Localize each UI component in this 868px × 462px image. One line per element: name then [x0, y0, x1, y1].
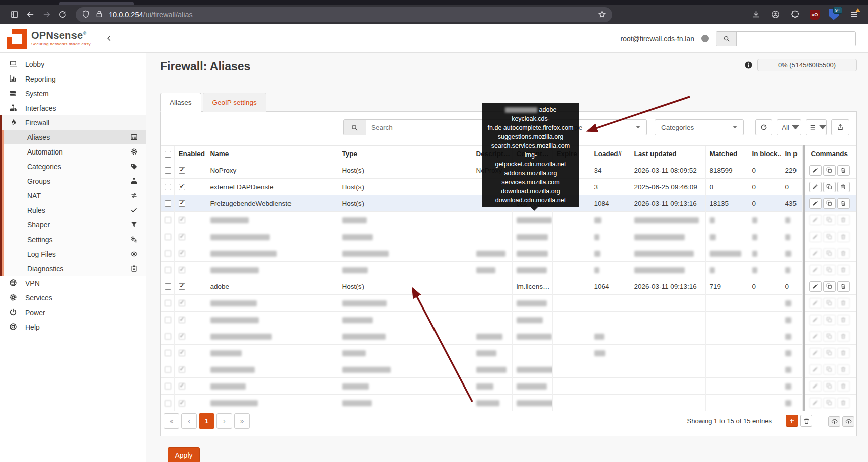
table-row[interactable] [161, 262, 856, 278]
table-row[interactable] [161, 328, 856, 345]
account-icon[interactable] [767, 7, 783, 22]
columns-select-button[interactable] [806, 119, 827, 135]
row-select-checkbox[interactable] [165, 167, 171, 174]
copy-button[interactable] [823, 315, 836, 325]
lock-icon[interactable] [95, 10, 104, 19]
download-aliases-button[interactable] [828, 416, 840, 427]
edit-button[interactable] [809, 348, 822, 358]
edit-button[interactable] [809, 298, 822, 309]
add-alias-button[interactable] [786, 415, 798, 427]
tab-aliases[interactable]: Aliases [160, 93, 201, 112]
delete-button[interactable] [837, 248, 850, 259]
extensions-puzzle-icon[interactable] [787, 7, 803, 22]
sidebar-item-groups[interactable]: Groups [4, 174, 146, 188]
table-row-adobe[interactable]: adobeHost(s)lm.licens…10642026-03-11 09:… [161, 278, 856, 295]
delete-button[interactable] [837, 198, 850, 209]
row-select-checkbox[interactable] [165, 184, 171, 190]
edit-button[interactable] [809, 215, 822, 225]
export-button[interactable] [831, 119, 849, 135]
copy-button[interactable] [823, 198, 836, 209]
table-row[interactable] [161, 245, 856, 262]
select-all-checkbox[interactable] [165, 151, 171, 158]
copy-button[interactable] [823, 281, 836, 292]
column-header-In block…[interactable]: In block… [748, 146, 781, 162]
row-select-checkbox[interactable] [165, 250, 171, 257]
edit-button[interactable] [809, 198, 822, 209]
delete-selected-button[interactable] [800, 415, 812, 427]
sidebar-item-shaper[interactable]: Shaper [4, 217, 146, 232]
edit-button[interactable] [809, 182, 822, 192]
upload-aliases-button[interactable] [842, 416, 854, 427]
row-select-checkbox[interactable] [165, 283, 171, 290]
sidebar-item-reporting[interactable]: Reporting [0, 71, 146, 86]
info-icon[interactable] [744, 61, 753, 69]
table-row[interactable] [161, 228, 856, 245]
opnsense-logo[interactable] [7, 29, 27, 49]
delete-button[interactable] [837, 232, 850, 242]
enabled-checkbox[interactable] [179, 184, 185, 190]
pagination-prev[interactable]: ‹ [181, 413, 197, 429]
edit-button[interactable] [809, 381, 822, 392]
delete-button[interactable] [837, 182, 850, 192]
delete-button[interactable] [837, 165, 850, 176]
delete-button[interactable] [837, 315, 850, 325]
edit-button[interactable] [809, 281, 822, 292]
enabled-checkbox[interactable] [179, 200, 185, 207]
enabled-checkbox[interactable] [179, 234, 185, 240]
delete-button[interactable] [837, 348, 850, 358]
row-select-checkbox[interactable] [165, 350, 171, 356]
delete-button[interactable] [837, 381, 850, 392]
sidebar-item-automation[interactable]: Automation [4, 144, 146, 159]
column-header-Type[interactable]: Type [338, 146, 472, 162]
delete-button[interactable] [837, 265, 850, 275]
copy-button[interactable] [823, 265, 836, 275]
refresh-button[interactable] [755, 119, 772, 135]
delete-button[interactable] [837, 281, 850, 292]
copy-button[interactable] [823, 215, 836, 225]
enabled-checkbox[interactable] [179, 383, 185, 390]
column-header-Loaded#[interactable]: Loaded# [590, 146, 630, 162]
sidebar-item-rules[interactable]: Rules [4, 203, 146, 217]
sidebar-item-nat[interactable]: NAT [4, 188, 146, 203]
edit-button[interactable] [809, 315, 822, 325]
menu-hamburger-icon[interactable] [846, 7, 862, 22]
copy-button[interactable] [823, 364, 836, 375]
copy-button[interactable] [823, 398, 836, 408]
enabled-checkbox[interactable] [179, 167, 185, 174]
edit-button[interactable] [809, 364, 822, 375]
row-select-checkbox[interactable] [165, 267, 171, 273]
table-row[interactable] [161, 295, 856, 312]
pagination-last[interactable]: » [234, 413, 250, 429]
column-header-Commands[interactable]: Commands [802, 146, 856, 162]
global-search-input[interactable] [737, 32, 855, 46]
sidebar-item-diagnostics[interactable]: Diagnostics [4, 261, 146, 276]
enabled-checkbox[interactable] [179, 366, 185, 373]
sidebar-collapse-icon[interactable] [106, 34, 113, 42]
row-select-checkbox[interactable] [165, 317, 171, 323]
enabled-checkbox[interactable] [179, 283, 185, 290]
row-select-checkbox[interactable] [165, 234, 171, 240]
copy-button[interactable] [823, 232, 836, 242]
sidebar-item-services[interactable]: Services [0, 290, 146, 305]
sidebar-item-interfaces[interactable]: Interfaces [0, 101, 146, 115]
row-select-checkbox[interactable] [165, 200, 171, 207]
sidebar-item-power[interactable]: Power [0, 305, 146, 320]
bookmark-star-icon[interactable] [598, 10, 606, 19]
copy-button[interactable] [823, 331, 836, 342]
copy-button[interactable] [823, 298, 836, 309]
column-header-In p[interactable]: In p [781, 146, 802, 162]
row-select-checkbox[interactable] [165, 333, 171, 340]
copy-button[interactable] [823, 248, 836, 259]
sidebar-item-log-files[interactable]: Log Files [4, 247, 146, 261]
table-row[interactable] [161, 361, 856, 378]
sidebar-item-lobby[interactable]: Lobby [0, 57, 146, 71]
enabled-checkbox[interactable] [179, 217, 185, 223]
row-select-checkbox[interactable] [165, 400, 171, 407]
enabled-checkbox[interactable] [179, 267, 185, 273]
table-scrollbar[interactable] [803, 145, 805, 411]
sidebar-item-aliases[interactable]: Aliases [4, 130, 146, 144]
enabled-checkbox[interactable] [179, 333, 185, 340]
delete-button[interactable] [837, 215, 850, 225]
reload-icon[interactable] [54, 7, 70, 22]
delete-button[interactable] [837, 398, 850, 408]
